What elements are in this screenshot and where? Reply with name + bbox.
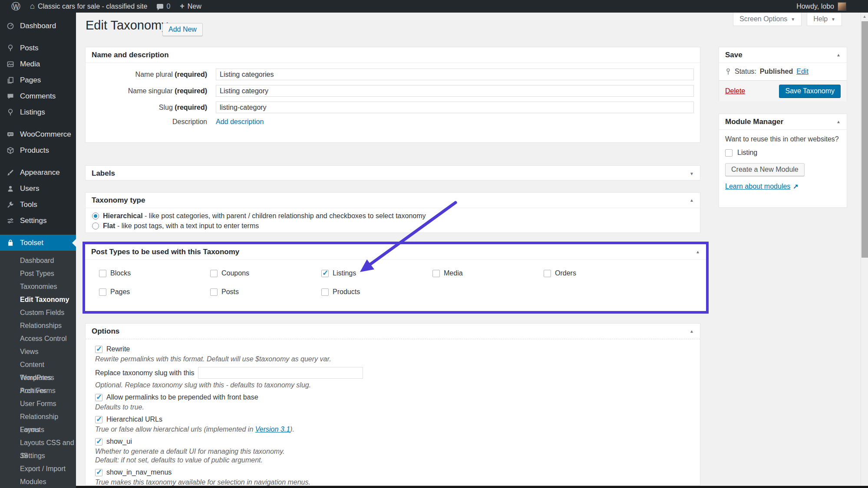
sidebar-item-media[interactable]: Media: [0, 56, 76, 72]
pushpin-icon: [725, 68, 731, 75]
add-new-button[interactable]: Add New: [162, 23, 203, 36]
post-types-header[interactable]: Post Types to be used with this Taxonomy…: [85, 244, 706, 260]
sidebar-item-dashboard[interactable]: Dashboard: [0, 18, 76, 34]
add-description-link[interactable]: Add description: [216, 118, 264, 126]
sidebar-sub-relationships[interactable]: Relationships: [0, 319, 76, 332]
version-link[interactable]: Version 3.1: [255, 426, 290, 433]
checkbox-module-listing[interactable]: [725, 149, 733, 157]
checkbox-rewrite[interactable]: [95, 346, 102, 353]
checkbox-media[interactable]: [432, 270, 440, 277]
sidebar-item-comments[interactable]: Comments: [0, 88, 76, 104]
hierarchical-radio-row: Hierarchical - like post categories, wit…: [92, 212, 700, 220]
sidebar-sub-layouts[interactable]: Layouts: [0, 423, 76, 436]
flat-radio[interactable]: [92, 223, 99, 229]
checkbox-orders[interactable]: [544, 270, 551, 277]
show-in-nav-menus-row: show_in_nav_menus: [95, 468, 700, 476]
sidebar-item-toolset[interactable]: Toolset: [0, 235, 76, 251]
save-header[interactable]: Save ▲: [719, 47, 847, 63]
checkbox-front-base[interactable]: [95, 394, 102, 401]
sidebar-item-pages[interactable]: Pages: [0, 72, 76, 88]
sidebar-item-appearance[interactable]: Appearance: [0, 164, 76, 180]
sidebar-sub-user-forms[interactable]: User Forms: [0, 397, 76, 410]
replace-slug-row: Replace taxonomy slug with this: [95, 367, 700, 379]
window-bottom-edge: [76, 486, 868, 488]
checkbox-products[interactable]: [321, 288, 329, 296]
sidebar-sub-modules[interactable]: Modules: [0, 475, 76, 488]
screen-options-tab[interactable]: Screen Options ▼: [733, 13, 802, 26]
sidebar-sub-content-templates[interactable]: Content Templates: [0, 358, 76, 371]
post-type-orders-row: Orders: [544, 269, 655, 277]
sidebar-sub-layouts-css-js[interactable]: Layouts CSS and JS: [0, 436, 76, 449]
delete-link[interactable]: Delete: [725, 87, 745, 95]
checkbox-blocks[interactable]: [99, 270, 106, 277]
hierarchical-urls-description: True or false allow hierarchical urls (i…: [95, 426, 700, 433]
dashboard-icon: [6, 22, 15, 30]
new-content-link[interactable]: + New: [180, 2, 201, 11]
checkbox-show-in-nav-menus[interactable]: [95, 469, 102, 476]
name-plural-row: Name plural (required): [86, 69, 700, 80]
checkbox-hierarchical-urls[interactable]: [95, 416, 102, 423]
replace-slug-input[interactable]: [198, 367, 363, 379]
sidebar-item-settings[interactable]: Settings: [0, 213, 76, 229]
options-header[interactable]: Options ▲: [86, 324, 700, 339]
show-ui-row: show_ui: [95, 438, 700, 445]
hierarchical-radio[interactable]: [92, 213, 99, 219]
sidebar-item-woocommerce[interactable]: WooCommerce: [0, 126, 76, 142]
checkbox-coupons[interactable]: [210, 270, 218, 277]
woocommerce-icon: [6, 130, 15, 139]
user-avatar[interactable]: [838, 2, 846, 11]
sidebar-item-products[interactable]: Products: [0, 142, 76, 158]
scrollbar-thumb[interactable]: [861, 21, 868, 258]
sidebar-sub-wordpress-archives[interactable]: WordPress Archives: [0, 371, 76, 384]
sidebar-sub-taxonomies[interactable]: Taxonomies: [0, 280, 76, 293]
chevron-up-icon[interactable]: ▲: [696, 249, 700, 254]
name-singular-row: Name singular (required): [86, 85, 700, 97]
name-description-header[interactable]: Name and description: [86, 47, 700, 63]
help-tab[interactable]: Help ▼: [807, 13, 842, 26]
post-type-media-row: Media: [432, 269, 544, 277]
scrollbar-up-arrow[interactable]: ▲: [861, 13, 868, 20]
create-new-module-button[interactable]: Create a New Module: [725, 163, 805, 176]
sidebar-sub-post-types[interactable]: Post Types: [0, 267, 76, 280]
sidebar-sub-access-control[interactable]: Access Control: [0, 332, 76, 345]
chevron-down-icon[interactable]: ▼: [690, 171, 694, 176]
module-manager-header[interactable]: Module Manager ▲: [719, 114, 847, 130]
chevron-up-icon[interactable]: ▲: [690, 329, 694, 334]
save-taxonomy-button[interactable]: Save Taxonomy: [779, 85, 841, 98]
taxonomy-type-header[interactable]: Taxonomy type ▲: [86, 193, 700, 208]
name-singular-input[interactable]: [216, 85, 694, 97]
howdy-account-link[interactable]: Howdy, lobo: [796, 3, 834, 10]
name-plural-input[interactable]: [216, 69, 694, 80]
sidebar-sub-settings[interactable]: Settings: [0, 449, 76, 462]
page-scrollbar[interactable]: ▲: [861, 13, 868, 488]
labels-header[interactable]: Labels ▼: [86, 166, 700, 181]
chevron-up-icon[interactable]: ▲: [690, 198, 694, 203]
sidebar-item-users[interactable]: Users: [0, 180, 76, 197]
site-name-link[interactable]: ⌂ Classic cars for sale - classified sit…: [30, 2, 147, 11]
slug-input[interactable]: [216, 102, 694, 113]
wordpress-logo-icon[interactable]: Ⓦ: [11, 2, 20, 11]
checkbox-pages[interactable]: [99, 288, 106, 296]
page-title: Edit Taxonomy: [86, 18, 168, 33]
sidebar-item-posts[interactable]: Posts: [0, 40, 76, 56]
learn-about-modules-link[interactable]: Learn about modules: [725, 183, 790, 190]
comments-admin-bar-link[interactable]: 0: [157, 3, 170, 10]
sidebar-sub-views[interactable]: Views: [0, 345, 76, 358]
checkbox-listings[interactable]: [321, 270, 329, 277]
sidebar-sub-export-import[interactable]: Export / Import: [0, 462, 76, 475]
comments-count: 0: [166, 3, 170, 10]
sidebar-sub-relationship-forms[interactable]: Relationship Forms: [0, 410, 76, 423]
chevron-up-icon[interactable]: ▲: [836, 119, 841, 124]
sidebar-item-listings[interactable]: Listings: [0, 104, 76, 120]
sidebar-sub-custom-fields[interactable]: Custom Fields: [0, 306, 76, 319]
chevron-up-icon[interactable]: ▲: [836, 52, 841, 57]
sidebar-sub-dashboard[interactable]: Dashboard: [0, 254, 76, 267]
chevron-down-icon: ▼: [791, 17, 795, 22]
sidebar-sub-post-forms[interactable]: Post Forms: [0, 384, 76, 397]
edit-status-link[interactable]: Edit: [796, 68, 809, 75]
sidebar-sub-edit-taxonomy[interactable]: Edit Taxonomy: [0, 293, 76, 306]
post-type-coupons-row: Coupons: [210, 269, 321, 277]
checkbox-posts[interactable]: [210, 288, 218, 296]
checkbox-show-ui[interactable]: [95, 438, 102, 445]
sidebar-item-tools[interactable]: Tools: [0, 197, 76, 213]
